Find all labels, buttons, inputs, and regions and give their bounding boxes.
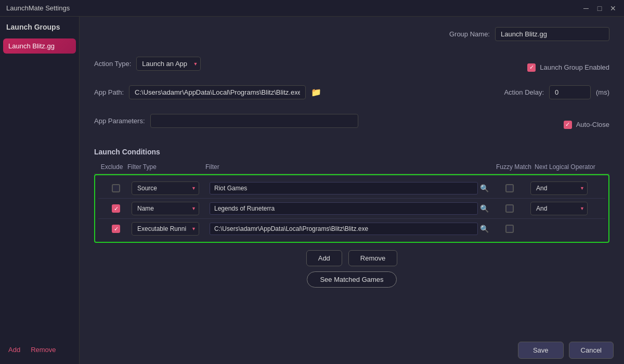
action-delay-label: Action Delay: — [504, 88, 544, 96]
app-params-row: App Parameters: — [94, 114, 358, 128]
action-type-label: Action Type: — [94, 60, 131, 68]
main-content: Group Name: Action Type: Launch an App L… — [80, 17, 624, 364]
row1-logical-wrapper: And Or — [530, 181, 588, 195]
action-delay-row: Action Delay: (ms) — [504, 85, 609, 99]
condition-row: Executable Running 🔍 — [98, 219, 605, 239]
auto-close-area: Auto-Close — [564, 121, 609, 129]
row1-logical-select[interactable]: And Or — [530, 181, 588, 195]
app-path-row: App Path: 📁 — [94, 85, 321, 99]
launch-group-enabled-area: Launch Group Enabled — [527, 63, 609, 72]
row1-exclude-checkbox[interactable] — [112, 184, 120, 192]
sidebar-title: Launch Groups — [3, 21, 76, 35]
row2-logical-wrapper: And Or — [530, 202, 588, 215]
auto-close-checkbox[interactable] — [564, 121, 572, 129]
group-name-input[interactable] — [495, 27, 609, 41]
row2-filter-col: 🔍 — [210, 202, 489, 215]
row1-filter-type-col: Source — [132, 181, 210, 195]
row1-filter-type-wrapper: Source — [132, 181, 199, 195]
close-button[interactable]: ✕ — [608, 4, 618, 13]
row2-filter-type-col: Name — [132, 202, 210, 215]
remove-condition-button[interactable]: Remove — [348, 250, 397, 266]
action-delay-unit: (ms) — [596, 88, 609, 96]
sidebar-add-button[interactable]: Add — [5, 344, 23, 356]
group-name-form-row: Group Name: — [449, 27, 609, 41]
sidebar-remove-button[interactable]: Remove — [28, 344, 59, 356]
row3-fuzzy-col — [489, 225, 530, 233]
row2-fuzzy-checkbox[interactable] — [505, 204, 514, 213]
row2-filter-type-select[interactable]: Name — [132, 202, 199, 215]
launch-group-enabled-label: Launch Group Enabled — [540, 63, 609, 71]
header-filter-type: Filter Type — [127, 163, 205, 171]
row3-exclude-col — [100, 225, 132, 233]
row1-search-icon[interactable]: 🔍 — [480, 184, 489, 192]
footer-bar: Save Cancel — [508, 336, 624, 364]
action-type-select[interactable]: Launch an App — [136, 57, 201, 71]
row1-fuzzy-checkbox[interactable] — [505, 184, 514, 192]
conditions-section: Launch Conditions Exclude Filter Type Fi… — [94, 148, 609, 288]
main-layout: Launch Groups Launch Blitz.gg Add Remove… — [0, 17, 624, 364]
see-matched-row: See Matched Games — [94, 271, 609, 288]
row3-filter-col: 🔍 — [210, 223, 489, 235]
conditions-title: Launch Conditions — [94, 148, 609, 156]
window-title: LaunchMate Settings — [6, 4, 581, 12]
row2-logical-select[interactable]: And Or — [530, 202, 588, 215]
add-condition-button[interactable]: Add — [306, 250, 342, 266]
sidebar: Launch Groups Launch Blitz.gg Add Remove — [0, 17, 80, 364]
title-bar-controls: ─ □ ✕ — [581, 4, 618, 13]
row2-exclude-checkbox[interactable] — [112, 204, 120, 213]
row1-filter-type-select[interactable]: Source — [132, 181, 199, 195]
app-params-label: App Parameters: — [94, 117, 145, 125]
conditions-actions: Add Remove — [94, 250, 609, 266]
conditions-wrapper: Source 🔍 — [94, 174, 609, 243]
sidebar-item-launch-blitz[interactable]: Launch Blitz.gg — [3, 38, 76, 54]
minimize-button[interactable]: ─ — [581, 4, 591, 13]
row1-filter-input-wrap: 🔍 — [210, 182, 489, 194]
row2-filter-input-wrap: 🔍 — [210, 202, 489, 215]
row2-logical-col: And Or — [530, 202, 603, 215]
row1-filter-col: 🔍 — [210, 182, 489, 194]
row1-filter-input[interactable] — [210, 182, 478, 194]
action-delay-input[interactable] — [549, 85, 591, 99]
see-matched-games-button[interactable]: See Matched Games — [307, 271, 396, 288]
title-bar: LaunchMate Settings ─ □ ✕ — [0, 0, 624, 17]
header-filter: Filter — [205, 163, 493, 171]
row1-exclude-col — [100, 184, 132, 192]
row2-fuzzy-col — [489, 204, 530, 213]
row3-filter-type-wrapper: Executable Running — [132, 222, 199, 236]
header-fuzzy: Fuzzy Match — [493, 163, 535, 171]
condition-row: Source 🔍 — [98, 178, 605, 199]
launch-group-enabled-checkbox[interactable] — [527, 63, 536, 72]
row2-exclude-col — [100, 204, 132, 213]
row1-fuzzy-col — [489, 184, 530, 192]
row1-logical-col: And Or — [530, 181, 603, 195]
row2-search-icon[interactable]: 🔍 — [480, 204, 489, 213]
auto-close-label: Auto-Close — [576, 121, 609, 128]
save-button[interactable]: Save — [518, 342, 564, 359]
folder-icon[interactable]: 📁 — [311, 87, 321, 97]
app-path-input[interactable] — [129, 85, 306, 99]
sidebar-footer: Add Remove — [3, 340, 76, 360]
action-type-select-wrapper: Launch an App — [136, 57, 201, 71]
cancel-button[interactable]: Cancel — [569, 342, 614, 359]
conditions-table-header: Exclude Filter Type Filter Fuzzy Match N… — [94, 161, 609, 174]
group-name-row: Group Name: — [94, 27, 609, 48]
app-path-label: App Path: — [94, 88, 124, 96]
row3-filter-type-col: Executable Running — [132, 222, 210, 236]
row3-fuzzy-checkbox[interactable] — [505, 225, 514, 233]
action-type-row: Action Type: Launch an App — [94, 57, 201, 71]
header-logical: Next Logical Operator — [535, 163, 607, 171]
row2-filter-input[interactable] — [210, 202, 478, 215]
row3-exclude-checkbox[interactable] — [112, 225, 120, 233]
row2-filter-type-wrapper: Name — [132, 202, 199, 215]
header-exclude: Exclude — [96, 163, 127, 171]
condition-row: Name 🔍 — [98, 199, 605, 219]
row3-filter-type-select[interactable]: Executable Running — [132, 222, 199, 236]
group-name-label: Group Name: — [449, 30, 490, 38]
row3-search-icon[interactable]: 🔍 — [480, 225, 489, 233]
maximize-button[interactable]: □ — [595, 4, 604, 13]
row3-filter-input-wrap: 🔍 — [210, 223, 489, 235]
app-params-input[interactable] — [150, 114, 358, 128]
row3-filter-input[interactable] — [210, 223, 478, 235]
